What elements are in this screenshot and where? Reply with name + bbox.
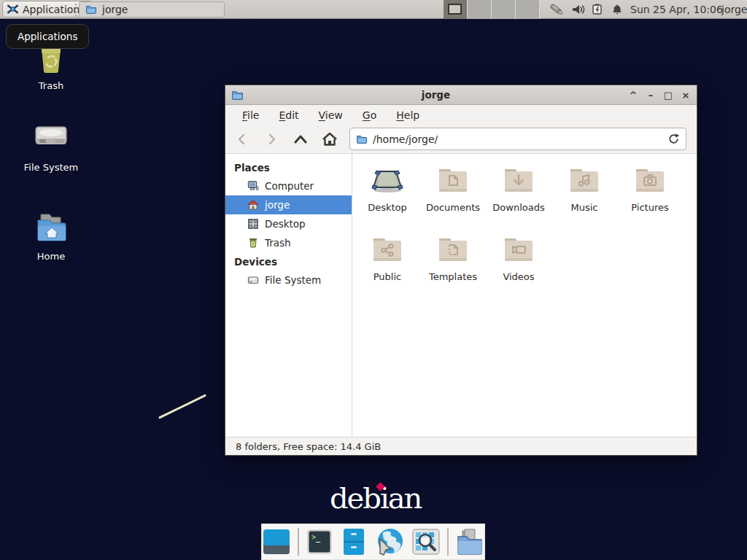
workspace-2[interactable] [468, 0, 492, 19]
sidebar-item-label: Desktop [265, 218, 306, 230]
file-item-label: Desktop [368, 202, 407, 213]
file-manager-launcher[interactable] [340, 526, 368, 557]
file-item-label: Videos [503, 271, 534, 282]
desktop-icon-label: Trash [39, 80, 63, 91]
debian-logo: debian [330, 481, 421, 515]
window-folder-icon [85, 4, 97, 15]
menu-bar: File Edit View Go Help [225, 105, 697, 125]
file-item-documents[interactable]: Documents [420, 163, 486, 232]
workspace-4[interactable] [516, 0, 540, 19]
drive-small-icon [247, 274, 259, 286]
file-item-public[interactable]: Public [355, 232, 420, 301]
status-text: 8 folders, Free space: 14.4 GiB [236, 441, 381, 452]
documents-folder-icon [436, 163, 471, 198]
dock-panel: > _ [261, 524, 485, 560]
file-item-label: Downloads [492, 202, 544, 213]
window-titlebar[interactable]: jorge ^ – □ × [225, 85, 697, 105]
taskbar-window-label: jorge [102, 4, 128, 15]
shade-button[interactable]: ^ [628, 90, 638, 101]
sidebar-item-label: Computer [265, 180, 314, 192]
application-finder-launcher[interactable] [411, 526, 441, 557]
close-button[interactable]: × [681, 90, 691, 101]
workspace-switcher [444, 0, 540, 19]
home-button[interactable] [320, 130, 339, 149]
trash-small-icon [247, 237, 259, 249]
show-desktop-icon [262, 528, 291, 556]
file-item-music[interactable]: Music [551, 163, 617, 232]
pictures-folder-icon [632, 163, 667, 198]
web-browser-launcher[interactable] [374, 526, 405, 557]
menu-edit[interactable]: Edit [279, 109, 298, 121]
desktop-icon-file-system[interactable]: File System [7, 121, 95, 173]
panel-separator-handle [74, 3, 78, 16]
notification-bell-icon[interactable] [611, 4, 623, 15]
reload-icon[interactable] [667, 133, 680, 145]
file-item-label: Music [571, 202, 598, 213]
window-title: jorge [244, 89, 628, 101]
file-item-videos[interactable]: Videos [486, 232, 551, 301]
panel-clock[interactable]: Sun 25 Apr, 10:06 [630, 0, 723, 19]
sidebar-item-trash[interactable]: Trash [225, 233, 352, 252]
system-tray [548, 0, 623, 19]
desktop-icon-label: File System [24, 162, 78, 173]
menu-help[interactable]: Help [396, 109, 419, 121]
up-button[interactable] [291, 130, 310, 149]
places-sidebar: Places Computer jorge [225, 154, 352, 437]
workspace-3[interactable] [492, 0, 516, 19]
status-bar: 8 folders, Free space: 14.4 GiB [225, 437, 697, 455]
sidebar-item-label: File System [265, 274, 321, 286]
computer-icon [247, 180, 259, 192]
file-item-label: Templates [429, 271, 477, 282]
taskbar-window-button[interactable]: jorge [79, 1, 225, 18]
workspace-window-thumb [448, 4, 462, 15]
directory-folder-icon [455, 528, 484, 556]
sidebar-item-computer[interactable]: Computer [225, 176, 352, 195]
terminal-launcher[interactable]: > _ [306, 526, 333, 557]
toolbar: /home/jorge/ [225, 125, 697, 154]
public-folder-icon [370, 232, 405, 267]
videos-folder-icon [501, 232, 536, 267]
sidebar-item-label: jorge [265, 199, 290, 211]
file-icon-view[interactable]: Desktop Documents Downloads [352, 154, 697, 437]
menu-file[interactable]: File [242, 109, 259, 121]
application-finder-icon [411, 528, 441, 556]
sidebar-item-desktop[interactable]: Desktop [225, 214, 352, 233]
terminal-icon: > _ [306, 528, 333, 556]
workspace-1[interactable] [444, 0, 468, 19]
file-item-label: Pictures [631, 202, 668, 213]
desktop-icon-home[interactable]: Home [7, 209, 95, 262]
minimize-button[interactable]: – [646, 90, 656, 101]
window-icon [231, 89, 244, 101]
location-bar[interactable]: /home/jorge/ [349, 128, 686, 150]
volume-icon[interactable] [572, 4, 586, 15]
panel-user-menu[interactable]: jorge [721, 0, 747, 19]
directory-menu-launcher[interactable] [455, 526, 484, 557]
file-manager-window: jorge ^ – □ × File Edit View Go Help [225, 85, 697, 456]
file-item-downloads[interactable]: Downloads [486, 163, 551, 232]
forward-button[interactable] [262, 130, 281, 149]
applications-tooltip: Applications [6, 24, 89, 49]
sidebar-item-file-system[interactable]: File System [225, 271, 352, 289]
file-cabinet-icon [341, 527, 366, 556]
desktop-icon-label: Home [37, 251, 65, 262]
wallpaper-swoosh-line [158, 394, 206, 419]
sidebar-item-jorge[interactable]: jorge [225, 195, 352, 214]
maximize-button[interactable]: □ [663, 90, 673, 101]
hard-drive-icon [31, 121, 71, 158]
back-button[interactable] [233, 130, 252, 149]
sidebar-header-places: Places [225, 158, 352, 176]
show-desktop-button[interactable] [262, 526, 291, 557]
menu-view[interactable]: View [319, 109, 343, 121]
file-item-templates[interactable]: Templates [420, 232, 486, 301]
dock-separator [447, 528, 449, 556]
downloads-folder-icon [501, 163, 536, 198]
file-item-pictures[interactable]: Pictures [617, 163, 683, 232]
file-item-desktop[interactable]: Desktop [355, 163, 420, 232]
battery-charging-icon[interactable] [592, 4, 605, 15]
stylus-icon[interactable] [548, 2, 565, 17]
location-input[interactable]: /home/jorge/ [373, 133, 662, 145]
svg-text:_: _ [316, 534, 321, 542]
menu-go[interactable]: Go [363, 109, 376, 121]
sidebar-header-devices: Devices [225, 252, 352, 271]
desktop-folder-icon [370, 163, 405, 198]
